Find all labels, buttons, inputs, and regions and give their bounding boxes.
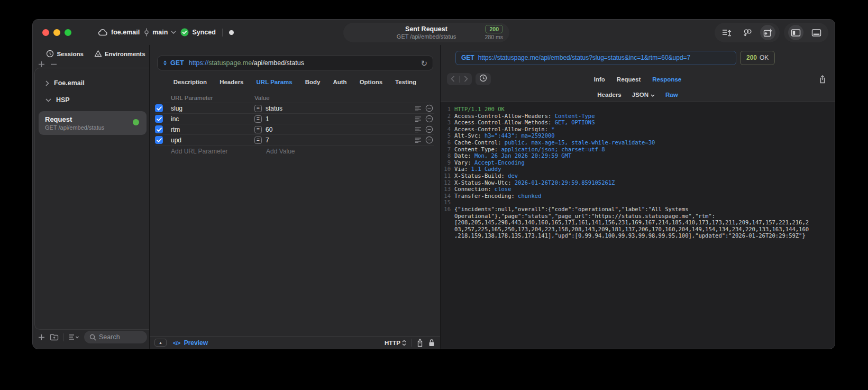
response-status-text: OK (760, 54, 769, 61)
param-name[interactable]: inc (171, 115, 254, 123)
import-export-icon[interactable] (760, 25, 775, 40)
param-checkbox[interactable] (155, 136, 163, 144)
add-session-icon[interactable] (38, 60, 45, 68)
tab-description[interactable]: Description (173, 79, 207, 85)
response-tab-info[interactable]: Info (594, 76, 605, 83)
row-remove-icon[interactable] (425, 115, 433, 123)
forward-icon[interactable] (464, 75, 468, 84)
response-subtab-headers[interactable]: Headers (597, 92, 621, 98)
param-name[interactable]: rtm (171, 126, 254, 133)
response-tab-request[interactable]: Request (617, 76, 641, 83)
row-format-icon[interactable] (415, 127, 422, 132)
header-value: public, max-age=15, stale-while-revalida… (505, 139, 655, 146)
add-request-icon[interactable] (38, 334, 45, 341)
line-text: Cache-Control: public, max-age=15, stale… (454, 139, 812, 146)
tab-testing[interactable]: Testing (395, 79, 416, 85)
param-name[interactable]: upd (171, 137, 254, 144)
line-text: Access-Control-Allow-Origin: * (454, 126, 812, 133)
line-number: 7 (441, 146, 454, 153)
param-value[interactable]: 7 (266, 137, 415, 144)
param-checkbox[interactable] (155, 104, 163, 112)
sidebar-toggle-icon[interactable] (788, 25, 803, 40)
param-name[interactable]: slug (171, 105, 254, 112)
equals-icon: = (254, 115, 262, 123)
branch-selector[interactable]: main (144, 28, 176, 37)
sidebar-tab-sessions[interactable]: Sessions (46, 50, 84, 58)
sync-status[interactable]: Synced (180, 28, 215, 37)
line-text: Alt-Svc: h3=":443"; ma=2592000 (454, 132, 812, 139)
response-line: 16{"incidents":null,"overall":{"code":"o… (441, 206, 835, 239)
line-number: 13 (441, 186, 454, 193)
line-text (454, 199, 812, 206)
protocol-selector[interactable]: HTTP (385, 340, 406, 346)
tab-body[interactable]: Body (305, 79, 321, 85)
request-method[interactable]: GET (170, 59, 184, 67)
response-subtab-json[interactable]: JSON (632, 92, 655, 98)
request-list-item-selected[interactable]: Request GET /api/embed/status (39, 111, 147, 135)
remove-session-icon[interactable] (50, 60, 57, 68)
response-tabs: InfoRequestResponse (441, 76, 835, 83)
tree-item-label: Foe.email (54, 79, 85, 87)
resend-icon[interactable]: ↻ (421, 59, 427, 67)
footer-divider (63, 333, 64, 341)
param-checkbox[interactable] (155, 125, 163, 133)
sidebar-tab-environments[interactable]: Environments (94, 50, 145, 58)
sync-label: Synced (192, 29, 215, 36)
tab-options[interactable]: Options (360, 79, 382, 85)
tree-item-hsp[interactable]: HSP (35, 92, 149, 108)
add-folder-icon[interactable] (50, 333, 59, 341)
add-parameter-cell[interactable]: Add URL Parameter (171, 148, 266, 155)
tab-url-params[interactable]: URL Params (257, 79, 293, 85)
row-remove-icon[interactable] (425, 104, 433, 112)
line-number: 12 (441, 179, 454, 186)
merge-loop-icon[interactable] (739, 25, 755, 40)
zoom-window-button[interactable] (65, 29, 71, 36)
line-text: HTTP/1.1 200 OK (454, 106, 812, 113)
response-tab-response[interactable]: Response (652, 76, 681, 83)
param-checkbox[interactable] (155, 115, 163, 123)
back-icon[interactable] (451, 75, 455, 84)
search-input[interactable]: Search (84, 331, 147, 343)
add-value-cell[interactable]: Add Value (266, 148, 295, 155)
row-remove-icon[interactable] (425, 136, 433, 144)
share-icon[interactable] (416, 339, 424, 347)
row-format-icon[interactable] (415, 138, 422, 143)
line-number: 16 (441, 206, 454, 239)
bottom-panel-toggle-icon[interactable] (809, 25, 824, 40)
request-url[interactable]: https://statuspage.me/api/embed/status (189, 59, 304, 67)
response-request-line[interactable]: GET https://statuspage.me/api/embed/stat… (455, 51, 736, 65)
minimize-window-button[interactable] (53, 29, 60, 36)
param-value[interactable]: status (266, 105, 415, 112)
sort-options-icon[interactable] (69, 334, 79, 340)
response-subtab-raw[interactable]: Raw (665, 92, 678, 98)
tab-auth[interactable]: Auth (333, 79, 346, 85)
preview-button[interactable]: </> Preview (173, 339, 208, 347)
line-number: 1 (441, 106, 454, 113)
sent-request-pill[interactable]: Sent Request GET /api/embed/status 200 2… (343, 23, 509, 42)
row-remove-icon[interactable] (425, 125, 433, 133)
history-clock-button[interactable] (476, 73, 491, 85)
project-selector[interactable]: foe.email (98, 29, 140, 36)
response-share-icon[interactable] (819, 75, 826, 84)
header-value: 2026-01-26T20:29:59.859105261Z (515, 179, 615, 186)
header-value: application/json; charset=utf-8 (501, 146, 605, 152)
param-value[interactable]: 1 (266, 115, 415, 123)
request-url-bar[interactable]: GET https://statuspage.me/api/embed/stat… (157, 56, 433, 70)
close-window-button[interactable] (42, 29, 49, 36)
status-code-badge: 200 (485, 25, 503, 33)
chevron-down-icon (171, 31, 176, 34)
response-panel: GET https://statuspage.me/api/embed/stat… (441, 45, 835, 349)
param-value[interactable]: 60 (266, 126, 415, 133)
row-format-icon[interactable] (415, 116, 422, 122)
collapse-panel-button[interactable]: ▲ (154, 339, 167, 347)
export-lines-icon[interactable] (719, 25, 734, 40)
cloud-icon (98, 29, 108, 36)
response-line: 8Date: Mon, 26 Jan 2026 20:29:59 GMT (441, 152, 835, 159)
row-format-icon[interactable] (415, 106, 422, 111)
header-name: X-Status-Build: (454, 173, 508, 179)
header-value: dev (508, 173, 518, 179)
lock-icon[interactable] (428, 339, 435, 347)
tab-headers[interactable]: Headers (220, 79, 243, 85)
line-number: 8 (441, 152, 454, 159)
tree-item-foe-email[interactable]: Foe.email (35, 75, 149, 92)
